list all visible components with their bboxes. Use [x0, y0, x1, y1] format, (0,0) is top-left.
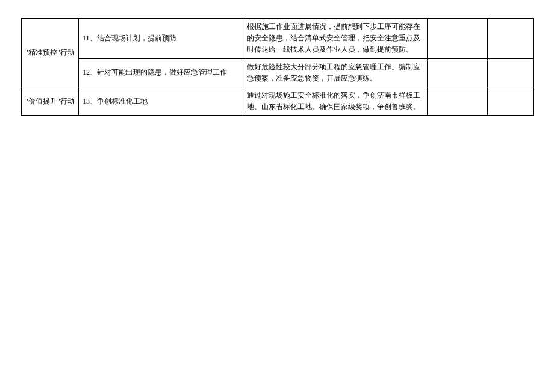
item-cell: 13、争创标准化工地: [79, 87, 243, 115]
item-cell: 11、结合现场计划，提前预防: [79, 19, 243, 59]
category-cell: "价值提升"行动: [22, 87, 79, 115]
empty-cell: [488, 87, 534, 115]
item-cell: 12、针对可能出现的隐患，做好应急管理工作: [79, 58, 243, 87]
empty-cell: [488, 58, 534, 87]
desc-cell: 做好危险性较大分部分项工程的应急管理工作。编制应急预案，准备应急物资，开展应急演…: [243, 58, 428, 87]
desc-cell: 通过对现场施工安全标准化的落实，争创济南市样板工地、山东省标化工地。确保国家级奖…: [243, 87, 428, 115]
empty-cell: [488, 19, 534, 59]
category-cell: "精准预控"行动: [22, 19, 79, 87]
empty-cell: [428, 19, 488, 59]
desc-cell: 根据施工作业面进展情况，提前想到下步工序可能存在的安全隐患，结合清单式安全管理，…: [243, 19, 428, 59]
empty-cell: [428, 58, 488, 87]
table-row: "价值提升"行动 13、争创标准化工地 通过对现场施工安全标准化的落实，争创济南…: [22, 87, 534, 115]
table-row: 12、针对可能出现的隐患，做好应急管理工作 做好危险性较大分部分项工程的应急管理…: [22, 58, 534, 87]
action-plan-table: "精准预控"行动 11、结合现场计划，提前预防 根据施工作业面进展情况，提前想到…: [21, 18, 534, 116]
table-row: "精准预控"行动 11、结合现场计划，提前预防 根据施工作业面进展情况，提前想到…: [22, 19, 534, 59]
empty-cell: [428, 87, 488, 115]
